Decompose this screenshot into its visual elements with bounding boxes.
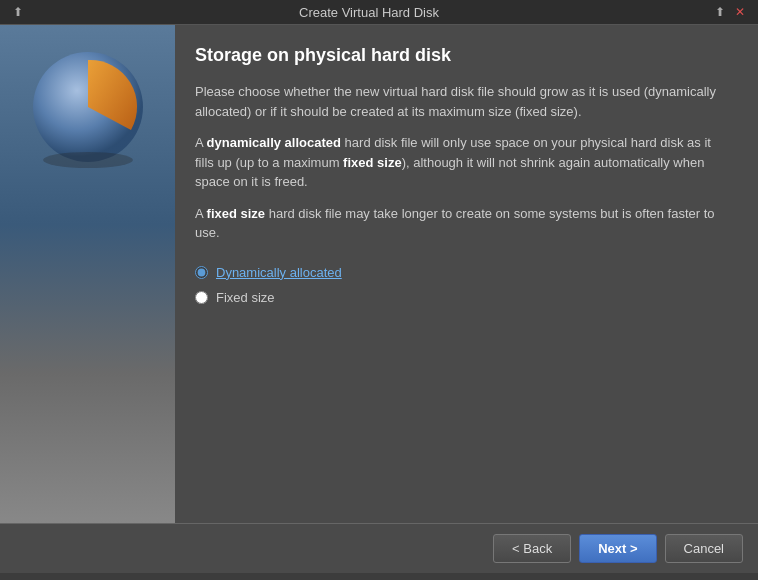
dialog-content: Storage on physical hard disk Please cho…: [0, 25, 758, 523]
dynamic-radio[interactable]: [195, 266, 208, 279]
left-panel: [0, 25, 175, 523]
dialog-titlebar: ⬆ Create Virtual Hard Disk ⬆ ✕: [0, 0, 758, 25]
description-paragraph-2: A dynamically allocated hard disk file w…: [195, 133, 733, 192]
outer-window: ⬆ Create Virtual Hard Disk ⬆ ✕: [0, 0, 758, 580]
dynamic-label: Dynamically allocated: [216, 265, 342, 280]
bold-fixed-size: fixed size: [343, 155, 402, 170]
back-button[interactable]: < Back: [493, 534, 571, 563]
titlebar-left-icons: ⬆: [10, 4, 26, 20]
dialog-footer: < Back Next > Cancel: [0, 523, 758, 573]
cancel-button[interactable]: Cancel: [665, 534, 743, 563]
next-button[interactable]: Next >: [579, 534, 656, 563]
resize-icon[interactable]: ⬆: [10, 4, 26, 20]
bold-dynamically: dynamically allocated: [207, 135, 341, 150]
fixed-option[interactable]: Fixed size: [195, 290, 733, 305]
disk-illustration: [23, 45, 153, 175]
bold-fixed: fixed size: [207, 206, 266, 221]
dynamic-option[interactable]: Dynamically allocated: [195, 265, 733, 280]
description-paragraph-1: Please choose whether the new virtual ha…: [195, 82, 733, 121]
fixed-label: Fixed size: [216, 290, 275, 305]
resize-icon-right[interactable]: ⬆: [712, 4, 728, 20]
right-panel: Storage on physical hard disk Please cho…: [175, 25, 758, 523]
svg-point-1: [43, 152, 133, 168]
description-paragraph-3: A fixed size hard disk file may take lon…: [195, 204, 733, 243]
storage-type-radio-group: Dynamically allocated Fixed size: [195, 265, 733, 315]
dialog-title: Create Virtual Hard Disk: [26, 5, 712, 20]
section-title: Storage on physical hard disk: [195, 45, 733, 66]
fixed-radio[interactable]: [195, 291, 208, 304]
titlebar-right-icons: ⬆ ✕: [712, 4, 748, 20]
close-icon[interactable]: ✕: [732, 4, 748, 20]
dialog-body: Storage on physical hard disk Please cho…: [0, 25, 758, 573]
